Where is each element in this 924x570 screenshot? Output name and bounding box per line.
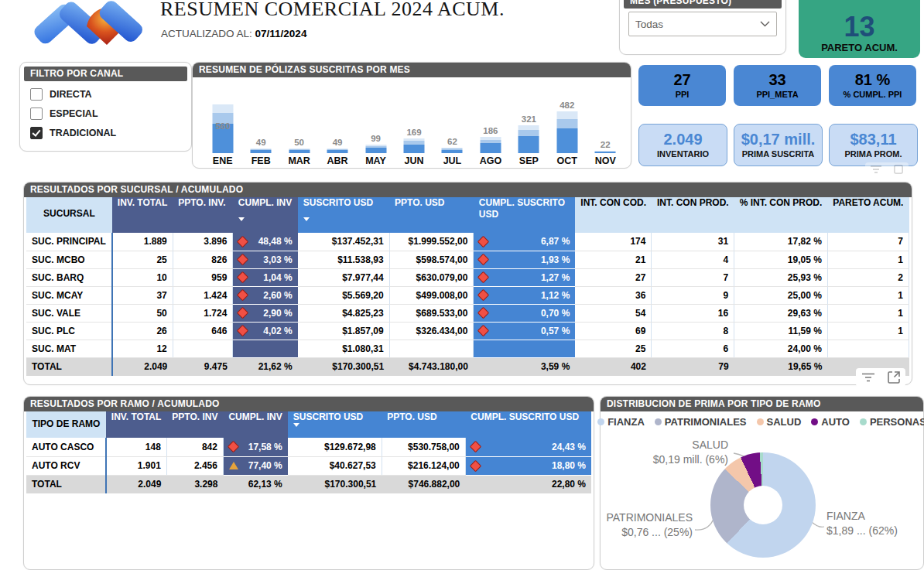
table-row[interactable]: SUC. PRINCIPAL1.8893.89648,48 %$137.452,… (26, 233, 909, 251)
table-cell: $499.008,00 (389, 286, 474, 304)
premium-distribution-panel: DISTRIBUCION DE PRIMA POR TIPO DE RAMO F… (600, 396, 924, 570)
status-value: 4,02 % (263, 326, 292, 336)
col-cumpl-suscrito-usd[interactable]: CUMPL. SUSCRITO USD (465, 411, 591, 438)
bar-jul[interactable]: 62JUL (433, 78, 471, 168)
legend-item-salud[interactable]: SALUD (757, 416, 802, 428)
table-row[interactable]: SUC. MCAY371.4242,60 %$5.569,20$499.008,… (26, 286, 909, 304)
channel-option-especial[interactable]: ESPECIAL (30, 108, 191, 120)
col-cumpl-suscrito-usd[interactable]: CUMPL. SUSCRITO USD (474, 197, 575, 233)
checkbox-unchecked-icon[interactable] (30, 88, 43, 101)
col-pct-int-con-prod[interactable]: % INT. CON PROD. (734, 197, 828, 233)
legend-dot-icon (655, 418, 662, 425)
table-cell: SUC. MCBO (26, 251, 112, 268)
bar-may[interactable]: 99MAY (357, 78, 395, 168)
bar-value-label: 321 (522, 114, 536, 124)
status-cell-content: 0,57 % (479, 326, 570, 336)
col-inv-total[interactable]: INV. TOTAL (112, 197, 173, 233)
bar-jun[interactable]: 169JUN (395, 78, 433, 168)
kpi-prima-prom-label: PRIMA PROM. (844, 148, 902, 159)
col-sucursal[interactable]: SUCURSAL (26, 197, 112, 233)
legend-item-personas[interactable]: PERSONAS (860, 416, 924, 428)
col-tipo-de-ramo[interactable]: TIPO DE RAMO (26, 411, 106, 438)
status-cell-content: 48,48 % (238, 236, 292, 247)
kpi-prima-suscrita: $0,17 mill. PRIMA SUSCRITA (734, 124, 823, 166)
status-value: 3,03 % (263, 254, 292, 265)
legend-item-fianza[interactable]: FIANZA (597, 416, 645, 428)
table-cell: 54 (575, 304, 652, 322)
col-cumpl-inv[interactable]: CUMPL. INV (233, 197, 298, 233)
bar-oct[interactable]: 482OCT (548, 78, 586, 168)
status-cell-content: 77,40 % (229, 460, 282, 471)
table-row[interactable]: SUC. MCBO258263,03 %$11.538,93$598.574,0… (26, 251, 909, 268)
bar-ene[interactable]: 560ENE (204, 78, 241, 168)
table-cell-status: 0,70 % (474, 304, 575, 322)
focus-mode-icon[interactable] (887, 370, 901, 384)
month-dropdown[interactable]: Todas (628, 12, 777, 36)
kpi-prima-suscrita-label: PRIMA SUSCRITA (742, 148, 815, 159)
alert-diamond-icon (237, 307, 249, 319)
filter-icon[interactable] (870, 165, 882, 174)
col-ppto-usd[interactable]: PPTO. USD (382, 411, 465, 438)
table-row[interactable]: AUTO CASCO14884217,58 %$129.672,98$530.7… (26, 438, 591, 456)
channel-option-tradicional[interactable]: TRADICIONAL (30, 127, 191, 139)
alert-diamond-icon (477, 289, 490, 302)
channel-filter-title: FILTRO POR CANAL (24, 67, 187, 81)
kpi-cumpl-ppi-value: 81 % (855, 71, 891, 89)
col-pareto-acum[interactable]: PARETO ACUM. (827, 197, 909, 233)
bar-abr[interactable]: 49ABR (318, 78, 356, 168)
bar-nov[interactable]: 22NOV (587, 78, 625, 168)
focus-mode-icon[interactable] (893, 165, 904, 174)
col-suscrito-usd[interactable]: SUSCRITO USD (298, 197, 389, 233)
total-cell: $170.300,51 (298, 357, 389, 376)
filter-icon[interactable] (861, 372, 876, 383)
status-value: 1,93 % (541, 254, 570, 265)
col-int-con-prod[interactable]: INT. CON PROD. (652, 197, 734, 233)
bar-sep[interactable]: 321SEP (510, 78, 548, 168)
status-value: 1,27 % (541, 272, 570, 283)
col-ppto-inv[interactable]: PPTO. INV (166, 411, 223, 438)
legend-item-auto[interactable]: AUTO (811, 416, 850, 428)
table-cell: 1 (827, 251, 909, 268)
kpi-ppi-value: 27 (673, 71, 690, 89)
col-suscrito-usd[interactable]: SUSCRITO USD (288, 411, 382, 438)
col-int-con-cod[interactable]: INT. CON COD. (575, 197, 652, 233)
col-cumpl-inv[interactable]: CUMPL. INV (223, 411, 287, 438)
checkbox-unchecked-icon[interactable] (30, 108, 43, 120)
col-ppto-usd[interactable]: PPTO. USD (389, 197, 474, 233)
kpi-prima-prom-value: $83,11 (850, 131, 896, 148)
legend-dot-icon (860, 418, 867, 425)
table-cell: 2.456 (166, 456, 223, 475)
table-row[interactable]: AUTO RCV1.9012.45677,40 %$40.627,53$216.… (26, 456, 591, 475)
channel-option-directa[interactable]: DIRECTA (30, 88, 191, 101)
bar-ago[interactable]: 186AGO (471, 78, 509, 168)
table-row[interactable]: SUC. PLC266464,02 %$1.857,09$326.434,000… (26, 322, 909, 340)
table-cell: 21 (575, 251, 652, 268)
bar-month-label: SEP (519, 155, 539, 166)
checkbox-checked-icon[interactable] (30, 127, 43, 139)
bar-rect (518, 125, 539, 153)
table-cell: 4 (652, 251, 734, 268)
callout-patrimoniales: PATRIMONIALES $0,76 ... (25%) (606, 510, 693, 540)
bar-feb[interactable]: 49FEB (241, 78, 279, 168)
donut-legend: FIANZAPATRIMONIALESSALUDAUTOPERSONAS (601, 416, 923, 428)
total-cell: TOTAL (26, 475, 106, 493)
total-cell: 3,59 % (474, 357, 575, 376)
legend-item-patrimoniales[interactable]: PATRIMONIALES (655, 416, 747, 428)
table-row[interactable]: SUC. MAT12$1.080,3125624,00 % (26, 340, 909, 357)
table-cell: $598.574,00 (389, 251, 474, 268)
bar-mar[interactable]: 50MAR (280, 78, 318, 168)
table-cell: 25 (112, 251, 173, 268)
status-value: 2,90 % (263, 308, 292, 319)
table-cell: 1 (827, 286, 909, 304)
table-row[interactable]: SUC. BARQ109591,04 %$7.977,44$630.079,00… (26, 268, 909, 286)
sort-desc-icon (238, 217, 245, 221)
status-cell-content: 6,87 % (479, 236, 570, 247)
alert-diamond-icon (237, 254, 249, 266)
table-cell-status: 0,57 % (474, 322, 575, 340)
table-row[interactable]: SUC. VALE501.7242,90 %$4.825,23$689.533,… (26, 304, 909, 322)
col-inv-total[interactable]: INV. TOTAL (106, 411, 166, 438)
table-cell: 826 (173, 251, 233, 268)
status-cell-content: 3,03 % (238, 254, 292, 265)
col-ppto-inv[interactable]: PPTO. INV. (173, 197, 233, 233)
table-cell-status: 48,48 % (233, 233, 298, 251)
